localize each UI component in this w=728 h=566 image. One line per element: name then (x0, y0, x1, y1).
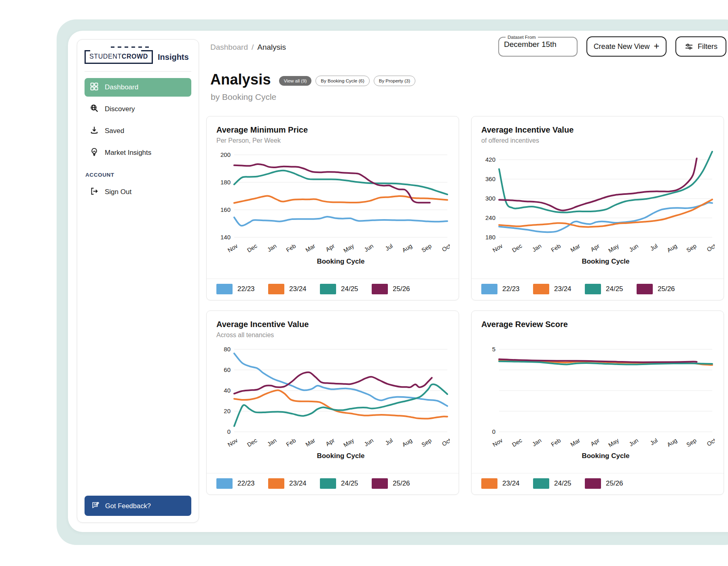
sidebar: STUDENTCROWD Insights Dashboard Discover… (77, 39, 199, 523)
x-tick-label: Aug (666, 437, 678, 448)
x-tick-label: Sep (420, 243, 432, 253)
sidebar-item-dashboard[interactable]: Dashboard (85, 78, 191, 97)
x-tick-label: Mar (305, 437, 317, 448)
legend-item[interactable]: 24/25 (320, 478, 372, 489)
legend-swatch (481, 284, 497, 294)
x-tick-label: Mar (569, 437, 582, 448)
sign-out-icon (89, 186, 99, 198)
legend-item[interactable]: 24/25 (585, 284, 637, 294)
x-tick-label: Jul (384, 437, 394, 446)
sidebar-item-label: Discovery (105, 105, 135, 113)
sidebar-item-sign-out[interactable]: Sign Out (85, 183, 191, 201)
legend-swatch (372, 284, 388, 294)
y-tick-label: 180 (220, 179, 231, 186)
pill-by-property[interactable]: By Property (3) (374, 76, 415, 86)
filters-button[interactable]: Filters (675, 36, 726, 57)
chart-plot: 05NovDecJanFebMarAprMayJunJulAugSepOct (481, 343, 715, 451)
legend-item[interactable]: 23/24 (268, 284, 320, 294)
y-tick-label: 360 (485, 175, 495, 182)
y-tick-label: 200 (220, 151, 231, 158)
y-tick-label: 40 (224, 387, 231, 394)
x-tick-label: Aug (401, 437, 413, 448)
chart-plot: 020406080NovDecJanFebMarAprMayJunJulAugS… (216, 343, 450, 451)
x-tick-label: May (342, 243, 355, 254)
logo-row: STUDENTCROWD Insights (85, 49, 191, 72)
chart-title: Average Minimum Price (216, 125, 449, 135)
legend-label: 23/24 (289, 479, 307, 488)
legend-item[interactable]: 25/26 (637, 284, 688, 294)
legend-swatch (320, 284, 336, 294)
breadcrumb-separator: / (252, 43, 254, 52)
x-tick-label: Sep (685, 243, 697, 253)
lightbulb-icon (89, 147, 99, 159)
pill-by-booking-cycle[interactable]: By Booking Cycle (6) (315, 76, 369, 86)
got-feedback-label: Got Feedback? (105, 502, 151, 510)
legend-item[interactable]: 25/26 (585, 478, 637, 489)
legend-item[interactable]: 22/23 (216, 284, 268, 294)
legend-label: 24/25 (554, 479, 571, 488)
x-tick-label: Feb (285, 243, 297, 253)
x-tick-label: Feb (550, 437, 562, 448)
filters-label: Filters (698, 42, 717, 51)
y-tick-label: 60 (224, 366, 231, 373)
legend-swatch (533, 478, 549, 489)
y-tick-label: 420 (485, 156, 495, 163)
page-title: Analysis (210, 71, 271, 88)
sidebar-item-saved[interactable]: Saved (85, 122, 191, 140)
x-tick-label: Apr (589, 243, 601, 253)
x-tick-label: Jan (266, 437, 277, 448)
x-tick-label: Jun (628, 437, 639, 448)
legend-item[interactable]: 23/24 (533, 284, 585, 294)
legend-item[interactable]: 23/24 (481, 478, 533, 489)
sidebar-spacer (85, 205, 191, 496)
y-tick-label: 160 (220, 206, 231, 213)
chart-x-axis-label: Booking Cycle (216, 258, 449, 266)
legend-item[interactable]: 25/26 (372, 284, 423, 294)
x-tick-label: Mar (569, 243, 582, 253)
legend-label: 22/23 (502, 285, 520, 293)
studentcrowd-logo[interactable]: STUDENTCROWD (85, 50, 153, 64)
dataset-from-field[interactable]: Dataset From December 15th (498, 35, 578, 57)
chart-grid: Average Minimum PricePer Person, Per Wee… (206, 116, 724, 495)
x-tick-label: Jun (628, 243, 639, 253)
chart-card: Average Incentive Valueof offered incent… (471, 116, 724, 300)
series-line-23-24 (234, 390, 447, 418)
legend-item[interactable]: 25/26 (372, 478, 423, 489)
legend-item[interactable]: 23/24 (268, 478, 320, 489)
x-tick-label: Jul (384, 243, 394, 252)
breadcrumb-dashboard[interactable]: Dashboard (210, 43, 248, 52)
x-tick-label: Dec (246, 437, 258, 448)
series-line-24-25 (499, 152, 712, 213)
create-new-view-button[interactable]: Create New View + (586, 36, 667, 57)
title-row: Analysis View all (9) By Booking Cycle (… (210, 71, 415, 88)
x-tick-label: Jun (363, 243, 375, 253)
chart-legend: 22/2323/2424/2525/26 (207, 279, 459, 295)
x-tick-label: Jan (266, 243, 277, 253)
sidebar-item-market-insights[interactable]: Market Insights (85, 144, 191, 162)
sidebar-item-discovery[interactable]: Discovery (85, 100, 191, 118)
legend-swatch (585, 478, 601, 489)
x-tick-label: Sep (685, 437, 697, 448)
logo-text-student: STUDENT (89, 53, 122, 60)
x-tick-label: Apr (324, 437, 336, 448)
legend-swatch (372, 478, 388, 489)
dataset-from-value[interactable]: December 15th (504, 40, 572, 49)
download-icon (89, 125, 99, 137)
legend-item[interactable]: 22/23 (481, 284, 533, 294)
x-tick-label: Dec (511, 437, 523, 448)
breadcrumb: Dashboard / Analysis (210, 43, 286, 52)
legend-label: 23/24 (289, 285, 307, 293)
logo-text: STUDENTCROWD (89, 53, 148, 60)
y-tick-label: 300 (485, 195, 495, 202)
legend-item[interactable]: 24/25 (533, 478, 585, 489)
legend-item[interactable]: 22/23 (216, 478, 268, 489)
chart-title: Average Incentive Value (216, 319, 449, 329)
x-tick-label: Nov (226, 437, 239, 448)
chart-x-axis-label: Booking Cycle (481, 258, 714, 266)
sidebar-item-label: Market Insights (105, 149, 151, 157)
legend-item[interactable]: 24/25 (320, 284, 372, 294)
logo-suffix: Insights (158, 53, 189, 62)
x-tick-label: May (607, 437, 620, 448)
got-feedback-button[interactable]: Got Feedback? (85, 496, 191, 516)
pill-view-all[interactable]: View all (9) (279, 76, 312, 86)
